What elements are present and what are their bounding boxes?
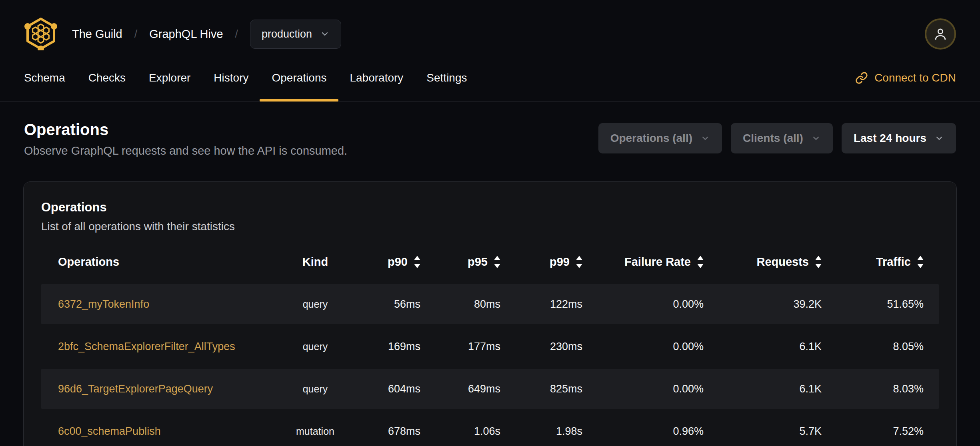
table-row: 6372_myTokenInfo query 56ms 80ms 122ms 0… — [41, 284, 939, 324]
operation-kind: query — [281, 299, 349, 310]
column-header-p95-label: p95 — [468, 255, 488, 269]
operation-failure-rate: 0.00% — [582, 298, 704, 311]
sort-desc-icon — [576, 264, 582, 268]
operation-link[interactable]: 2bfc_SchemaExplorerFilter_AllTypes — [58, 340, 235, 352]
operation-p95: 80ms — [420, 298, 500, 311]
target-selector[interactable]: production — [250, 20, 341, 49]
operation-traffic: 8.03% — [822, 383, 940, 395]
card-title: Operations — [41, 200, 939, 215]
main-nav: Schema Checks Explorer History Operation… — [0, 54, 980, 102]
column-header-traffic[interactable]: Traffic — [822, 255, 940, 269]
operation-p99: 230ms — [500, 340, 582, 353]
sort-desc-icon — [917, 264, 924, 268]
table-header-row: Operations Kind p90 p95 p99 Failure Rate… — [41, 239, 939, 284]
sort-asc-icon — [917, 256, 924, 260]
table-row: 6c00_schemaPublish mutation 678ms 1.06s … — [41, 411, 939, 446]
operation-link[interactable]: 96d6_TargetExplorerPageQuery — [58, 383, 213, 395]
column-header-p90-label: p90 — [388, 255, 408, 269]
hive-logo-icon — [24, 17, 58, 50]
card-subtitle: List of all operations with their statis… — [41, 220, 939, 233]
link-icon — [855, 72, 868, 84]
table-row: 2bfc_SchemaExplorerFilter_AllTypes query… — [41, 327, 939, 366]
sort-desc-icon — [414, 264, 420, 268]
operation-requests: 39.2K — [704, 298, 822, 311]
column-header-failure-rate-label: Failure Rate — [624, 255, 691, 269]
operation-kind: query — [281, 383, 349, 395]
sort-asc-icon — [414, 256, 420, 260]
period-filter-label: Last 24 hours — [854, 132, 926, 145]
operation-requests: 6.1K — [704, 383, 822, 395]
column-header-traffic-label: Traffic — [876, 255, 911, 269]
operation-kind: query — [281, 341, 349, 352]
operation-requests: 5.7K — [704, 425, 822, 438]
operation-failure-rate: 0.00% — [582, 383, 704, 395]
sort-control — [576, 256, 582, 268]
page-header: Operations Observe GraphQL requests and … — [0, 102, 980, 157]
tab-operations[interactable]: Operations — [272, 54, 326, 101]
sort-control — [697, 256, 704, 268]
operation-p95: 177ms — [420, 340, 500, 353]
breadcrumb-separator: / — [134, 28, 138, 40]
operation-failure-rate: 0.96% — [582, 425, 704, 438]
clients-filter-label: Clients (all) — [743, 132, 803, 145]
operation-link[interactable]: 6c00_schemaPublish — [58, 425, 161, 437]
column-header-requests[interactable]: Requests — [704, 255, 822, 269]
chevron-down-icon — [934, 133, 944, 143]
tab-checks[interactable]: Checks — [88, 54, 126, 101]
table-body: 6372_myTokenInfo query 56ms 80ms 122ms 0… — [41, 284, 939, 446]
operations-filter-button[interactable]: Operations (all) — [598, 123, 722, 153]
operation-p99: 825ms — [500, 383, 582, 395]
user-menu-button[interactable] — [925, 18, 956, 50]
column-header-operations: Operations — [41, 255, 281, 269]
tab-laboratory[interactable]: Laboratory — [350, 54, 403, 101]
tab-history[interactable]: History — [214, 54, 248, 101]
hive-logo[interactable] — [24, 17, 58, 51]
sort-desc-icon — [697, 264, 704, 268]
operation-p95: 1.06s — [420, 425, 500, 438]
tab-settings[interactable]: Settings — [426, 54, 467, 101]
operation-p95: 649ms — [420, 383, 500, 395]
chevron-down-icon — [700, 133, 710, 143]
column-header-p90[interactable]: p90 — [349, 255, 420, 269]
sort-asc-icon — [576, 256, 582, 260]
chevron-down-icon — [811, 133, 821, 143]
sort-control — [414, 256, 420, 268]
sort-asc-icon — [494, 256, 500, 260]
period-filter-button[interactable]: Last 24 hours — [842, 123, 956, 153]
operation-traffic: 7.52% — [822, 425, 940, 438]
column-header-p99-label: p99 — [550, 255, 570, 269]
operation-traffic: 51.65% — [822, 298, 940, 311]
column-header-requests-label: Requests — [756, 255, 809, 269]
breadcrumb-project[interactable]: GraphQL Hive — [149, 28, 223, 41]
tab-schema[interactable]: Schema — [24, 54, 65, 101]
operation-requests: 6.1K — [704, 340, 822, 353]
column-header-kind: Kind — [281, 255, 349, 269]
page-title: Operations — [24, 121, 347, 139]
operation-p90: 604ms — [349, 383, 420, 395]
sort-asc-icon — [815, 256, 822, 260]
operations-filter-label: Operations (all) — [610, 132, 692, 145]
operation-p90: 56ms — [349, 298, 420, 311]
clients-filter-button[interactable]: Clients (all) — [731, 123, 833, 153]
table-row: 96d6_TargetExplorerPageQuery query 604ms… — [41, 369, 939, 409]
user-icon — [933, 26, 948, 42]
sort-control — [494, 256, 500, 268]
operation-link[interactable]: 6372_myTokenInfo — [58, 298, 149, 310]
operation-p90: 169ms — [349, 340, 420, 353]
sort-control — [815, 256, 822, 268]
breadcrumb-org[interactable]: The Guild — [72, 28, 122, 41]
top-bar: The Guild / GraphQL Hive / production — [0, 0, 980, 51]
breadcrumb-separator: / — [235, 28, 238, 40]
column-header-p99[interactable]: p99 — [500, 255, 582, 269]
connect-to-cdn-label: Connect to CDN — [874, 72, 956, 84]
operation-traffic: 8.05% — [822, 340, 940, 353]
column-header-failure-rate[interactable]: Failure Rate — [582, 255, 704, 269]
page-subtitle: Observe GraphQL requests and see how the… — [24, 144, 347, 157]
connect-to-cdn-link[interactable]: Connect to CDN — [855, 72, 956, 84]
filters: Operations (all) Clients (all) Last 24 h… — [598, 123, 956, 153]
operations-table: Operations Kind p90 p95 p99 Failure Rate… — [41, 239, 939, 446]
sort-desc-icon — [815, 264, 822, 268]
tab-explorer[interactable]: Explorer — [149, 54, 190, 101]
column-header-p95[interactable]: p95 — [420, 255, 500, 269]
sort-asc-icon — [697, 256, 704, 260]
